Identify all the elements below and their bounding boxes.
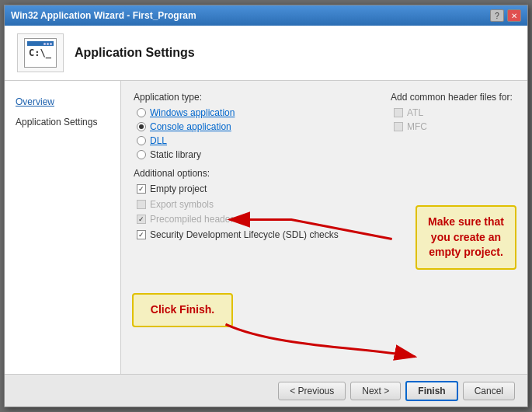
help-button[interactable]: ?	[490, 9, 504, 22]
radio-dll-circle[interactable]	[137, 136, 146, 145]
title-bar: Win32 Application Wizard - First_Program…	[5, 5, 527, 26]
sidebar-item-overview[interactable]: Overview	[11, 93, 114, 110]
additional-options-label: Additional options:	[134, 168, 515, 179]
checkbox-atl: ATL	[394, 107, 515, 118]
header-files-checkboxes: ATL MFC	[394, 107, 515, 132]
checkbox-export-box	[137, 200, 146, 209]
header-files-label: Add common header files for:	[391, 92, 515, 103]
wizard-icon-dots	[43, 43, 52, 45]
radio-static[interactable]: Static library	[137, 149, 515, 160]
radio-console-label: Console application	[150, 121, 231, 132]
header-files-section: Add common header files for: ATL MFC	[391, 92, 515, 132]
checkbox-sdl-label: Security Development Lifecycle (SDL) che…	[150, 229, 339, 242]
checkbox-sdl-box[interactable]	[137, 230, 146, 239]
radio-windows-circle[interactable]	[137, 108, 146, 117]
checkbox-empty-label: Empty project	[150, 183, 207, 196]
title-bar-controls: ? ✕	[490, 9, 521, 22]
checkbox-precompiled-label: Precompiled header	[150, 214, 233, 226]
close-button[interactable]: ✕	[507, 9, 521, 22]
checkbox-mfc-box	[394, 122, 403, 131]
dot1	[43, 43, 46, 45]
wizard-icon: C:\_	[17, 33, 64, 72]
header-title: Application Settings	[75, 46, 195, 60]
annotation-left: Click Finish.	[132, 293, 233, 327]
annotation-left-text: Click Finish.	[151, 303, 214, 316]
body-area: Overview Application Settings Applicatio…	[5, 81, 527, 374]
checkbox-empty-box[interactable]	[137, 184, 146, 194]
cancel-button[interactable]: Cancel	[463, 382, 515, 400]
sidebar: Overview Application Settings	[5, 81, 121, 374]
dot3	[50, 43, 52, 45]
annotation-right: Make sure that you create an empty proje…	[416, 205, 516, 270]
finish-button[interactable]: Finish	[405, 381, 457, 401]
header-banner: C:\_ Application Settings	[5, 26, 527, 81]
radio-dll-label: DLL	[150, 135, 167, 146]
dot2	[47, 43, 49, 45]
wizard-icon-titlebar	[27, 41, 54, 46]
checkbox-precompiled-box	[137, 215, 146, 224]
window-title: Win32 Application Wizard - First_Program	[11, 10, 196, 21]
checkbox-atl-label: ATL	[407, 107, 423, 118]
wizard-icon-text: C:\_	[27, 47, 51, 58]
checkbox-atl-box	[394, 108, 403, 117]
radio-static-circle[interactable]	[137, 150, 146, 159]
previous-button[interactable]: < Previous	[278, 382, 346, 400]
footer: < Previous Next > Finish Cancel	[5, 374, 527, 407]
next-button[interactable]: Next >	[350, 382, 401, 400]
sidebar-item-application-settings[interactable]: Application Settings	[11, 113, 114, 131]
radio-dll[interactable]: DLL	[137, 135, 515, 146]
checkbox-mfc: MFC	[394, 121, 515, 132]
wizard-icon-inner: C:\_	[24, 38, 57, 68]
checkbox-empty[interactable]: Empty project	[137, 183, 515, 196]
annotation-right-text: Make sure that you create an empty proje…	[428, 215, 504, 258]
checkbox-mfc-label: MFC	[407, 121, 427, 132]
main-window: Win32 Application Wizard - First_Program…	[4, 5, 528, 407]
main-wrapper: C:\_ Application Settings Overview Appli…	[5, 26, 527, 407]
checkbox-export-label: Export symbols	[150, 199, 214, 211]
radio-console-circle[interactable]	[137, 122, 146, 131]
main-panel: Application type: Windows application Co…	[121, 81, 527, 374]
radio-windows-label: Windows application	[150, 107, 235, 118]
radio-static-label: Static library	[150, 149, 201, 160]
